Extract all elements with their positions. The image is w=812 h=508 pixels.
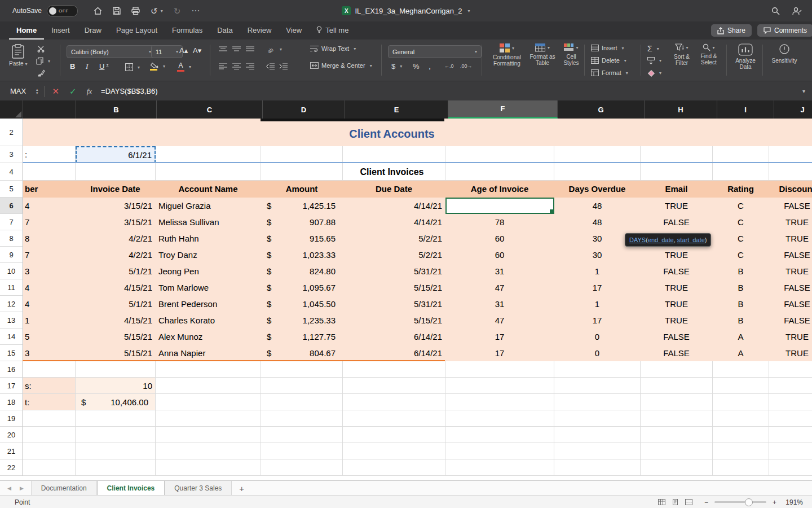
cell[interactable]: Brent Pederson <box>156 296 261 312</box>
cell[interactable] <box>343 410 445 427</box>
cell[interactable] <box>641 459 713 476</box>
cell[interactable] <box>641 443 713 459</box>
tooltip-arg2-link[interactable]: start_date <box>677 237 705 243</box>
colheader-H[interactable]: H <box>645 100 717 119</box>
header-rating[interactable]: Rating <box>713 181 769 198</box>
cell[interactable] <box>554 163 641 181</box>
cell[interactable]: 30 <box>554 247 641 263</box>
orientation-button[interactable]: ab▾ <box>266 45 282 53</box>
cell[interactable]: TRUE <box>769 230 812 247</box>
rowheader-21[interactable]: 21 <box>0 443 23 459</box>
cell[interactable] <box>76 443 156 459</box>
cell[interactable]: TRUE <box>769 329 812 345</box>
cell[interactable]: $1,023.33 <box>261 247 343 263</box>
fill-button[interactable]: ▾ <box>647 57 661 64</box>
cell[interactable]: 17 <box>445 345 554 361</box>
tab-tell-me[interactable]: Tell me <box>309 21 356 40</box>
number-format-select[interactable]: General▾ <box>388 45 482 58</box>
name-box-spinner-icon[interactable]: ▴▾ <box>36 88 38 95</box>
cell[interactable] <box>23 410 76 427</box>
cell[interactable] <box>156 394 261 410</box>
cell[interactable] <box>769 361 812 378</box>
cell[interactable] <box>261 459 343 476</box>
cell[interactable]: B <box>713 263 769 279</box>
cell[interactable]: Miguel Grazia <box>156 198 261 214</box>
header-invoice-date[interactable]: Invoice Date <box>76 181 156 198</box>
cell[interactable]: FALSE <box>641 329 713 345</box>
clear-button[interactable]: ▾ <box>647 69 661 77</box>
cell-A3-fragment[interactable]: : <box>23 146 76 163</box>
cell[interactable] <box>156 361 261 378</box>
cell[interactable]: FALSE <box>641 345 713 361</box>
reference-cell-B3[interactable]: 6/1/21 <box>76 146 156 163</box>
cell[interactable] <box>769 146 812 163</box>
cell[interactable]: 4 <box>23 296 76 312</box>
sheet-nav-left-icon[interactable]: ◀ <box>7 485 11 491</box>
tooltip-function-link[interactable]: DAYS <box>629 237 646 243</box>
cell[interactable]: Charles Korato <box>156 312 261 329</box>
cell[interactable]: FALSE <box>769 279 812 296</box>
cell[interactable]: 8 <box>23 230 76 247</box>
cell[interactable] <box>156 410 261 427</box>
italic-button[interactable]: I <box>86 62 88 71</box>
cell[interactable] <box>343 146 445 163</box>
rowheader-9[interactable]: 9 <box>0 247 23 263</box>
format-as-table-button[interactable]: ▾ Format as Table <box>527 43 558 66</box>
merge-center-button[interactable]: Merge & Center▾ <box>310 62 372 69</box>
cell[interactable] <box>343 443 445 459</box>
cell[interactable] <box>343 394 445 410</box>
analyze-data-button[interactable]: Analyze Data <box>731 43 760 70</box>
cell[interactable]: 17 <box>554 279 641 296</box>
cell[interactable] <box>445 427 554 443</box>
cell[interactable]: 3/15/21 <box>76 214 156 230</box>
sheet-nav-right-icon[interactable]: ▶ <box>20 485 24 491</box>
cell[interactable] <box>769 427 812 443</box>
cell[interactable] <box>445 163 554 181</box>
cell[interactable]: C <box>713 247 769 263</box>
cell[interactable] <box>641 394 713 410</box>
cell[interactable]: C <box>713 198 769 214</box>
header-account-name[interactable]: Account Name <box>156 181 261 198</box>
tab-data[interactable]: Data <box>210 21 240 40</box>
increase-decimal-button[interactable]: .00→ <box>460 63 473 69</box>
cell[interactable] <box>156 146 261 163</box>
colheader-C[interactable]: C <box>157 100 263 119</box>
currency-format-button[interactable]: $▾ <box>391 62 402 71</box>
cell[interactable] <box>713 163 769 181</box>
fill-handle[interactable] <box>549 209 554 214</box>
cell[interactable]: Ruth Hahn <box>156 230 261 247</box>
find-select-button[interactable]: ▾ Find & Select <box>697 43 721 65</box>
cell[interactable] <box>261 443 343 459</box>
cell[interactable]: Alex Munoz <box>156 329 261 345</box>
cell[interactable]: FALSE <box>769 312 812 329</box>
cell[interactable]: 47 <box>445 312 554 329</box>
cell[interactable]: 48 <box>554 198 641 214</box>
cell[interactable] <box>156 443 261 459</box>
cell[interactable]: $915.65 <box>261 230 343 247</box>
tab-review[interactable]: Review <box>240 21 279 40</box>
cell[interactable] <box>554 146 641 163</box>
colheader-I[interactable]: I <box>717 100 774 119</box>
cell[interactable] <box>23 163 76 181</box>
cell[interactable]: 47 <box>445 279 554 296</box>
cell[interactable]: 3 <box>23 345 76 361</box>
rowheader-7[interactable]: 7 <box>0 214 23 230</box>
rowheader-3[interactable]: 3 <box>0 146 23 163</box>
cell[interactable] <box>261 146 343 163</box>
tab-insert[interactable]: Insert <box>44 21 77 40</box>
increase-font-size-button[interactable]: A▴ <box>179 46 188 55</box>
vertical-align-buttons[interactable] <box>219 46 254 52</box>
cell[interactable]: $1,235.33 <box>261 312 343 329</box>
autosum-button[interactable]: Σ▾ <box>647 44 659 53</box>
cell[interactable]: 60 <box>445 230 554 247</box>
zoom-slider[interactable] <box>714 501 766 503</box>
format-painter-icon[interactable] <box>37 69 45 77</box>
cell[interactable]: 5/1/21 <box>76 296 156 312</box>
share-button[interactable]: Share <box>711 24 752 37</box>
cell[interactable]: $804.67 <box>261 345 343 361</box>
cell[interactable]: FALSE <box>769 296 812 312</box>
underline-button[interactable]: U▾ <box>99 62 108 71</box>
cell[interactable]: Troy Danz <box>156 247 261 263</box>
cell[interactable]: 31 <box>445 263 554 279</box>
cell[interactable]: 3/15/21 <box>76 198 156 214</box>
